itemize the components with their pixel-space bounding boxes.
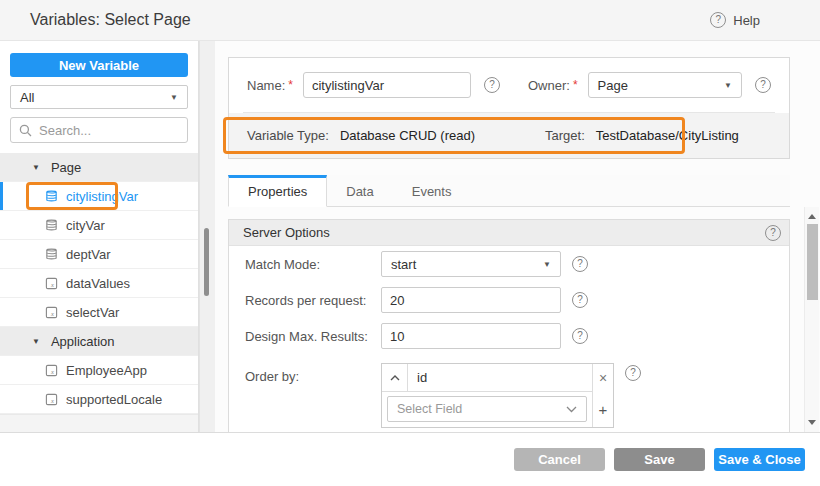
filter-select[interactable]: All ▼	[10, 85, 188, 109]
tree-section-page[interactable]: ▼ Page	[0, 153, 198, 182]
records-help-icon[interactable]: ?	[572, 292, 588, 308]
match-mode-row: Match Mode: start ▼ ?	[229, 246, 789, 282]
tree-item-label: deptVar	[66, 247, 111, 262]
select-field-placeholder: Select Field	[397, 402, 462, 416]
model-variable-icon: x	[45, 277, 58, 290]
select-field-dropdown[interactable]: Select Field	[387, 396, 587, 422]
add-field-button[interactable]: +	[592, 392, 613, 427]
new-variable-button[interactable]: New Variable	[10, 53, 188, 77]
collapse-triangle-icon: ▼	[32, 163, 40, 172]
owner-help-icon[interactable]: ?	[755, 77, 771, 93]
records-per-request-row: Records per request: ?	[229, 282, 789, 318]
help-link[interactable]: ? Help	[710, 12, 760, 28]
target-label: Target:	[545, 128, 585, 143]
order-by-widget: id × Select Field +	[381, 363, 614, 428]
variables-tree: ▼ Page citylistingVar	[0, 153, 198, 414]
search-box[interactable]	[10, 117, 188, 143]
variable-detail-panel: Name:* ? Owner:* Page ▼ ? Variable Type:…	[215, 41, 820, 432]
svg-text:x: x	[50, 397, 54, 404]
sidebar-scrollbar-thumb[interactable]	[204, 228, 209, 296]
variable-type-label: Variable Type:	[247, 128, 329, 143]
server-options-help-icon[interactable]: ?	[765, 225, 781, 241]
order-by-field-value: id	[408, 364, 592, 392]
sort-ascending-button[interactable]	[382, 364, 408, 392]
search-icon	[19, 124, 32, 137]
tree-item-label: dataValues	[66, 276, 130, 291]
save-button[interactable]: Save	[614, 448, 705, 471]
tree-item-label: EmployeeApp	[66, 363, 147, 378]
match-mode-select[interactable]: start ▼	[381, 251, 561, 277]
tree-item-label: citylistingVar	[66, 189, 138, 204]
owner-select[interactable]: Page ▼	[588, 72, 742, 98]
selected-indicator	[0, 182, 3, 210]
owner-select-value: Page	[598, 78, 628, 93]
dialog-footer: Cancel Save Save & Close	[0, 432, 820, 486]
tree-item-label: selectVar	[66, 305, 119, 320]
design-max-results-row: Design Max. Results: ?	[229, 318, 789, 354]
save-and-close-button[interactable]: Save & Close	[714, 448, 805, 471]
detail-tabs: Properties Data Events	[228, 175, 790, 207]
tree-section-application[interactable]: ▼ Application	[0, 327, 198, 356]
server-options-panel: Server Options ? Match Mode: start ▼ ? R…	[228, 219, 790, 433]
database-variable-icon	[45, 247, 58, 261]
match-mode-label: Match Mode:	[245, 257, 381, 272]
help-label: Help	[733, 13, 760, 28]
section-label: Application	[51, 334, 115, 349]
properties-tab-content: Server Options ? Match Mode: start ▼ ? R…	[215, 207, 820, 432]
tree-item-dataValues[interactable]: x dataValues	[0, 269, 198, 298]
svg-text:x: x	[50, 310, 54, 317]
tree-item-cityVar[interactable]: cityVar	[0, 211, 198, 240]
name-help-icon[interactable]: ?	[484, 77, 500, 93]
sidebar-scrollbar[interactable]	[199, 41, 215, 432]
scroll-up-arrow-icon[interactable]	[808, 214, 816, 219]
design-max-help-icon[interactable]: ?	[572, 328, 588, 344]
tree-item-label: supportedLocale	[66, 392, 162, 407]
design-max-results-input[interactable]	[381, 323, 561, 349]
required-marker: *	[573, 78, 578, 92]
main-scrollbar-thumb[interactable]	[807, 224, 818, 300]
search-input[interactable]	[39, 123, 215, 138]
tab-data[interactable]: Data	[327, 177, 392, 206]
match-mode-value: start	[391, 257, 416, 272]
collapse-triangle-icon: ▼	[32, 337, 40, 346]
tree-item-EmployeeApp[interactable]: x EmployeeApp	[0, 356, 198, 385]
chevron-down-icon	[566, 406, 577, 413]
tree-item-supportedLocale[interactable]: x supportedLocale	[0, 385, 198, 414]
variable-summary-row: Variable Type: Database CRUD (read) Targ…	[229, 113, 789, 158]
variable-header-card: Name:* ? Owner:* Page ▼ ? Variable Type:…	[228, 57, 790, 159]
filter-select-value: All	[20, 90, 34, 105]
database-variable-icon	[45, 189, 58, 203]
order-by-help-icon[interactable]: ?	[625, 365, 641, 381]
svg-text:x: x	[50, 281, 54, 288]
tree-item-citylistingVar[interactable]: citylistingVar	[0, 182, 198, 211]
main-scrollbar[interactable]	[804, 207, 819, 432]
tab-properties[interactable]: Properties	[228, 175, 327, 207]
owner-label: Owner:	[528, 78, 570, 93]
remove-field-button[interactable]: ×	[592, 364, 613, 392]
records-per-request-input[interactable]	[381, 287, 561, 313]
name-input[interactable]	[303, 72, 471, 98]
match-mode-help-icon[interactable]: ?	[572, 256, 588, 272]
tree-item-label: cityVar	[66, 218, 105, 233]
variables-sidebar: New Variable All ▼ ▼ Page	[0, 41, 215, 432]
scroll-down-arrow-icon[interactable]	[808, 420, 816, 425]
design-max-results-label: Design Max. Results:	[245, 329, 381, 344]
page-title: Variables: Select Page	[30, 11, 191, 29]
model-variable-icon: x	[45, 306, 58, 319]
server-options-title: Server Options	[243, 225, 330, 240]
tree-item-selectVar[interactable]: x selectVar	[0, 298, 198, 327]
records-per-request-label: Records per request:	[245, 293, 381, 308]
order-by-label: Order by:	[245, 363, 381, 384]
order-by-row: Order by: id × Select Field	[229, 354, 789, 433]
database-variable-icon	[45, 218, 58, 232]
help-icon: ?	[710, 12, 726, 28]
chevron-down-icon: ▼	[724, 81, 732, 90]
tree-item-deptVar[interactable]: deptVar	[0, 240, 198, 269]
tab-events[interactable]: Events	[393, 177, 471, 206]
name-label: Name:	[247, 78, 285, 93]
required-marker: *	[288, 78, 293, 92]
chevron-down-icon: ▼	[170, 93, 178, 102]
server-options-header: Server Options ?	[229, 220, 789, 246]
dialog-header: Variables: Select Page ? Help	[0, 0, 820, 41]
cancel-button[interactable]: Cancel	[514, 448, 605, 471]
